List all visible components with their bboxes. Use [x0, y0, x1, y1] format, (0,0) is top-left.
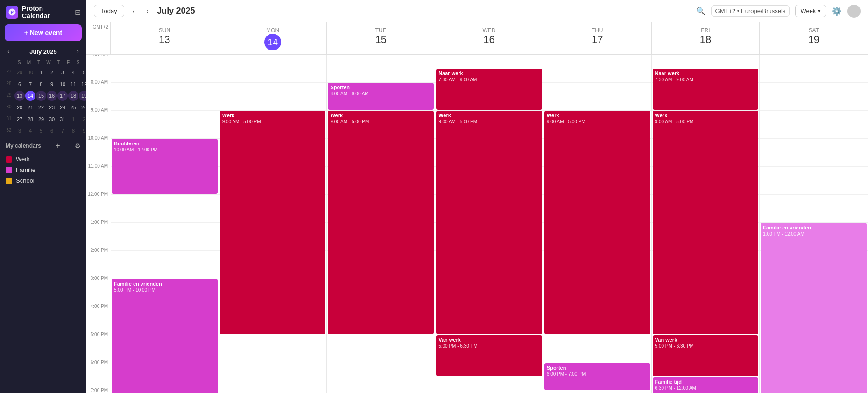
calendar-event[interactable]: Werk9:00 AM - 5:00 PM: [653, 111, 759, 334]
event-time: 7:30 AM - 9:00 AM: [655, 77, 756, 83]
mini-cal-prev[interactable]: ‹: [6, 47, 12, 56]
mini-cal-day[interactable]: 15: [36, 91, 46, 101]
mini-cal-day[interactable]: 20: [14, 102, 25, 113]
event-title: Werk: [438, 112, 540, 119]
calendar-event[interactable]: Werk9:00 AM - 5:00 PM: [436, 111, 542, 334]
mini-cal-day[interactable]: 1: [68, 114, 78, 124]
calendar-event[interactable]: Van werk5:00 PM - 6:30 PM: [436, 335, 542, 376]
mini-cal-day[interactable]: 9: [47, 79, 57, 89]
calendar-event[interactable]: Familie en vrienden5:00 PM - 10:00 PM: [112, 279, 218, 393]
mini-cal-day[interactable]: 6: [47, 126, 57, 136]
search-button[interactable]: 🔍: [696, 7, 706, 15]
mini-cal-day[interactable]: 29: [36, 114, 46, 124]
calendars-settings-icon[interactable]: ⚙: [75, 142, 81, 150]
day-header[interactable]: Thu17: [543, 22, 652, 54]
calendar-item[interactable]: School: [6, 175, 81, 186]
mini-cal-day[interactable]: 14: [25, 91, 35, 101]
mini-cal-day[interactable]: 11: [68, 79, 78, 89]
time-label: 8:00 AM: [86, 79, 111, 107]
calendar-event[interactable]: Naar werk7:30 AM - 9:00 AM: [653, 69, 759, 110]
hour-line: [111, 55, 219, 83]
time-label: 4:00 PM: [86, 304, 111, 332]
day-column-sun13[interactable]: Boulderen10:00 AM - 12:00 PMFamilie en v…: [111, 55, 219, 393]
hour-line: [543, 391, 651, 393]
day-header[interactable]: Mon14: [219, 22, 327, 54]
mini-cal-day[interactable]: 8: [36, 79, 46, 89]
calendar-event[interactable]: Familie en vrienden1:00 PM - 12:00 AM: [761, 223, 867, 393]
user-avatar[interactable]: [847, 5, 861, 18]
mini-cal-day[interactable]: 30: [47, 114, 57, 124]
day-column-tue15[interactable]: Sporten8:00 AM - 9:00 AMWerk9:00 AM - 5:…: [327, 55, 435, 393]
day-column-sat19[interactable]: Familie en vrienden1:00 PM - 12:00 AM: [760, 55, 868, 393]
mini-cal-day[interactable]: 30: [25, 67, 35, 78]
day-column-mon14[interactable]: Werk9:00 AM - 5:00 PM: [219, 55, 327, 393]
mini-cal-day[interactable]: 21: [25, 102, 35, 113]
mini-cal-day[interactable]: 7: [25, 79, 35, 89]
event-time: 5:00 PM - 10:00 PM: [114, 287, 215, 293]
day-header[interactable]: Sun13: [111, 22, 219, 54]
calendar-event[interactable]: Van werk5:00 PM - 6:30 PM: [653, 335, 759, 376]
nav-prev-button[interactable]: ‹: [130, 5, 138, 17]
event-title: Van werk: [438, 336, 540, 343]
mini-cal-day[interactable]: 4: [68, 67, 78, 78]
event-title: Van werk: [655, 336, 756, 343]
calendar-event[interactable]: Sporten6:00 PM - 7:00 PM: [544, 363, 650, 390]
grid-icon[interactable]: ⊞: [75, 8, 81, 17]
settings-icon[interactable]: ⚙️: [832, 6, 842, 16]
day-column-wed16[interactable]: Naar werk7:30 AM - 9:00 AMWerk9:00 AM - …: [435, 55, 543, 393]
mini-cal-day[interactable]: 5: [36, 126, 46, 136]
calendar-event[interactable]: Sporten8:00 AM - 9:00 AM: [328, 83, 434, 110]
calendar-event[interactable]: Naar werk7:30 AM - 9:00 AM: [436, 69, 542, 110]
mini-cal-day[interactable]: 2: [47, 67, 57, 78]
event-time: 7:30 AM - 9:00 AM: [438, 77, 540, 83]
time-grid[interactable]: 7:00 AM8:00 AM9:00 AM10:00 AM11:00 AM12:…: [86, 55, 868, 393]
day-header[interactable]: Fri18: [652, 22, 760, 54]
mini-cal-day[interactable]: 3: [14, 126, 25, 136]
mini-cal-day[interactable]: 29: [14, 67, 25, 78]
mini-cal-day[interactable]: 24: [57, 102, 68, 113]
calendar-event[interactable]: Werk9:00 AM - 5:00 PM: [328, 111, 434, 334]
today-button[interactable]: Today: [94, 5, 124, 17]
calendar-event[interactable]: Boulderen10:00 AM - 12:00 PM: [112, 139, 218, 194]
calendar-event[interactable]: Familie tijd6:30 PM - 12:00 AM: [653, 377, 759, 393]
mini-cal-day[interactable]: 23: [47, 102, 57, 113]
calendar-item[interactable]: Familie: [6, 164, 81, 175]
mini-cal-day[interactable]: 17: [57, 91, 68, 101]
mini-cal-day[interactable]: 27: [14, 114, 25, 124]
day-header[interactable]: Tue15: [327, 22, 435, 54]
mini-cal-day[interactable]: 22: [36, 102, 46, 113]
mini-cal-day[interactable]: 7: [57, 126, 68, 136]
calendar-item[interactable]: Werk: [6, 154, 81, 164]
mini-cal-day[interactable]: 1: [36, 67, 46, 78]
add-calendar-icon[interactable]: +: [56, 142, 60, 150]
hour-line: [760, 167, 868, 195]
mini-cal-next[interactable]: ›: [75, 47, 81, 56]
day-header[interactable]: Sat19: [760, 22, 868, 54]
mini-cal-day[interactable]: 4: [25, 126, 35, 136]
nav-next-button[interactable]: ›: [143, 5, 151, 17]
mini-cal-day[interactable]: 31: [57, 114, 68, 124]
mini-cal-day[interactable]: 8: [68, 126, 78, 136]
mini-cal-day[interactable]: 18: [68, 91, 78, 101]
hour-line: [543, 335, 651, 363]
mini-cal-day[interactable]: 13: [14, 91, 25, 101]
timezone-selector[interactable]: GMT+2 • Europe/Brussels: [711, 5, 790, 17]
day-header[interactable]: Wed16: [435, 22, 543, 54]
day-name: Thu: [543, 27, 651, 34]
day-column-thu17[interactable]: Werk9:00 AM - 5:00 PMSporten6:00 PM - 7:…: [543, 55, 652, 393]
calendar-event[interactable]: Werk9:00 AM - 5:00 PM: [220, 111, 326, 334]
mini-cal-day[interactable]: 6: [14, 79, 25, 89]
time-label: 2:00 PM: [86, 248, 111, 276]
mini-cal-day[interactable]: 10: [57, 79, 68, 89]
hour-line: [760, 83, 868, 111]
mini-cal-day[interactable]: 25: [68, 102, 78, 113]
day-column-fri18[interactable]: Naar werk7:30 AM - 9:00 AMWerk9:00 AM - …: [652, 55, 760, 393]
calendar-event[interactable]: Werk9:00 AM - 5:00 PM: [544, 111, 650, 334]
mini-cal-day[interactable]: 16: [47, 91, 57, 101]
view-selector[interactable]: Week ▾: [795, 5, 826, 17]
time-label: 5:00 PM: [86, 332, 111, 360]
new-event-button[interactable]: Today + New event: [5, 24, 82, 41]
mini-cal-day[interactable]: 3: [57, 67, 68, 78]
mini-cal-day[interactable]: 28: [25, 114, 35, 124]
hour-line: [435, 391, 543, 393]
